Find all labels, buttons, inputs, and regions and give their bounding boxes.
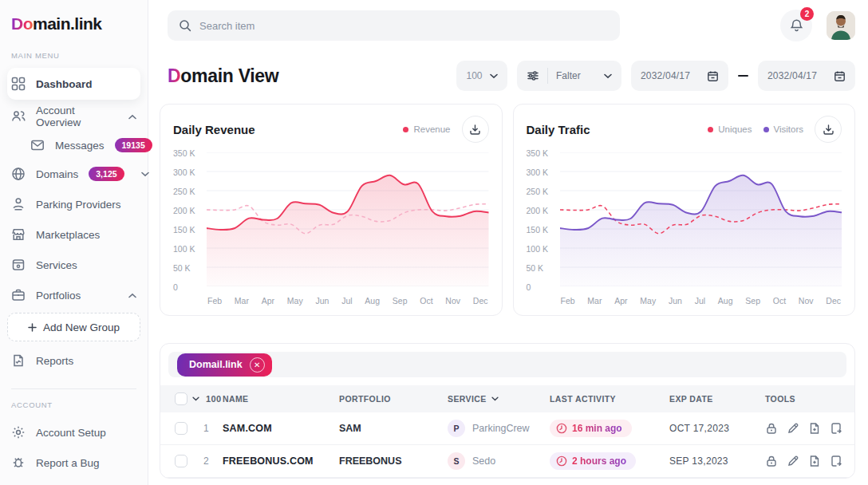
legend-item: Revenue [403,124,450,134]
sidebar-item-services[interactable]: Services [0,250,148,280]
download-button[interactable] [462,116,489,143]
notification-count-badge: 2 [800,7,814,21]
column-header-portfolio[interactable]: PORTFOLIO [339,394,448,404]
lock-icon[interactable] [765,422,778,435]
edit-pencil-icon[interactable] [787,422,799,435]
filter-chip[interactable]: Domail.link ✕ [177,353,272,377]
sidebar-item-marketplaces[interactable]: Marketplaces [0,219,148,250]
sidebar: Domain.link MAIN MENU Dashboard Account … [0,0,148,485]
y-axis-labels: 350 K300 K250 K200 K150 K100 K50 K0 [173,152,207,286]
sidebar-item-messages[interactable]: Messages 19135 [0,132,148,159]
service-cell: P ParkingCrew [448,420,550,437]
daily-trafic-chart-card: Daily Trafic UniquesVisitors 350 K300 K2… [513,104,856,316]
file-add-icon[interactable] [808,422,821,435]
sidebar-item-domains[interactable]: Domains 3,125 [0,159,148,189]
clock-icon [556,423,567,434]
row-checkbox[interactable] [175,455,187,467]
chevron-up-icon [128,293,136,298]
search-icon [179,19,191,32]
domain-name: SAM.COM [223,423,339,434]
sidebar-item-account-setup[interactable]: Account Setup [0,417,148,448]
sidebar-item-reports[interactable]: Reports [0,345,148,376]
column-header-service[interactable]: SERVICE [448,394,550,404]
edit-pencil-icon[interactable] [787,455,799,467]
add-new-group-label: Add New Group [43,321,120,333]
select-all-checkbox[interactable] [175,392,187,405]
sidebar-item-label: Marketplaces [36,229,100,241]
file-export-icon[interactable] [830,455,842,467]
chevron-up-icon [128,114,136,120]
table-row[interactable]: 1 SAM.COM SAM P ParkingCrew 16 min ago O… [160,412,854,445]
user-avatar[interactable] [827,11,855,40]
chart-canvas [207,152,489,286]
page-title: Domain View [168,65,278,87]
exp-date: SEP 13,2023 [669,455,765,467]
domains-count-badge: 3,125 [89,167,124,181]
globe-icon [11,167,26,181]
chevron-down-icon[interactable] [192,396,199,401]
sidebar-item-label: Portfolios [36,290,81,302]
date-range-dash [738,75,748,77]
page-size-select[interactable]: 100 [456,61,507,91]
sidebar-item-dashboard[interactable]: Dashboard [7,68,140,100]
sidebar-item-account-overview[interactable]: Account Overview [0,101,148,132]
tools-cell [765,422,842,435]
search-input[interactable] [199,20,609,32]
search-bar[interactable] [168,10,620,41]
bell-icon [790,18,803,33]
legend-item: Visitors [763,124,804,134]
date-from-picker[interactable]: 2032/04/17 [631,61,728,91]
add-new-group-button[interactable]: Add New Group [7,313,140,341]
file-export-icon[interactable] [830,422,842,435]
services-box-icon [11,258,26,272]
filter-chip-label: Domail.link [189,359,243,370]
file-add-icon[interactable] [808,455,821,467]
calendar-icon [707,70,719,82]
table-row[interactable]: 2 FREEBONUS.COM FREEBONUS S Sedo 2 hours… [160,445,854,478]
main-menu-label: MAIN MENU [0,49,148,68]
page-size-value: 100 [466,70,482,81]
service-initial-badge: S [448,452,465,470]
domain-name: FREEBONUS.COM [223,455,339,467]
download-button[interactable] [815,116,842,143]
column-header-name[interactable]: NAME [223,394,339,404]
parking-hand-icon [11,197,26,211]
divider [547,68,548,84]
filter-chip-bar: Domail.link ✕ [168,352,846,377]
date-to-value: 2032/04/17 [767,70,817,81]
sidebar-item-label: Account Setup [36,427,106,439]
filter-dropdown[interactable]: Falter [517,61,621,91]
avatar-image [827,11,855,40]
storefront-icon [11,227,26,242]
chart-plot: 350 K300 K250 K200 K150 K100 K50 K0 FebM… [173,152,489,306]
row-checkbox[interactable] [175,422,187,435]
service-initial-badge: P [448,420,465,437]
briefcase-icon [11,288,26,302]
sidebar-item-label: Dashboard [36,78,93,90]
dashboard-grid-icon [11,77,26,91]
column-header-exp-date[interactable]: EXP DATE [669,394,765,404]
sidebar-item-parking-providers[interactable]: Parking Providers [0,189,148,219]
tools-cell [765,455,842,467]
plus-icon [28,323,37,332]
notifications-button[interactable]: 2 [780,10,812,41]
chip-close-icon[interactable]: ✕ [250,357,265,373]
date-from-value: 2032/04/17 [641,70,690,81]
chevron-down-icon [141,172,149,177]
chart-legend: UniquesVisitors [708,124,803,134]
column-header-last-activity[interactable]: LAST ACTIVITY [550,394,669,404]
clock-icon [556,455,567,467]
calendar-icon [834,70,846,82]
chart-title: Daily Trafic [527,123,590,136]
lock-icon[interactable] [765,455,778,467]
chart-canvas [560,152,842,286]
main-content: 2 Domain View 100 Falter 2032/04/17 [148,0,868,485]
people-icon [11,109,26,124]
sidebar-item-report-bug[interactable]: Report a Bug [0,448,148,478]
sidebar-item-label: Report a Bug [36,457,100,469]
date-to-picker[interactable]: 2032/04/17 [758,61,855,91]
row-number: 1 [203,423,209,434]
download-icon [823,124,834,136]
service-name: Sedo [472,455,495,467]
sidebar-item-portfolios[interactable]: Portfolios [0,280,148,310]
